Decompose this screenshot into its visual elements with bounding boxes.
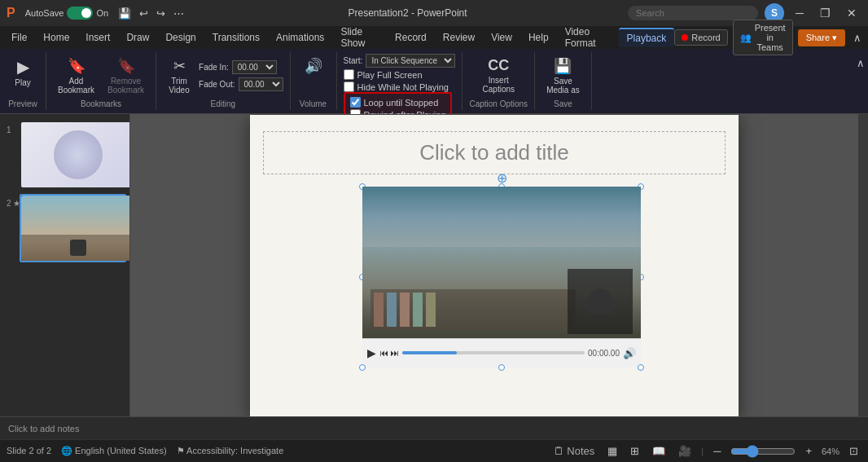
remove-bookmark-button[interactable]: 🔖 RemoveBookmark bbox=[103, 54, 149, 98]
volume-button[interactable]: 🔊 bbox=[297, 54, 330, 78]
slide-num-1: 1 bbox=[7, 125, 11, 134]
zoom-in-button[interactable]: + bbox=[802, 443, 815, 459]
add-bookmark-button[interactable]: 🔖 AddBookmark bbox=[53, 54, 99, 98]
handle-br[interactable] bbox=[638, 364, 644, 371]
tab-insert[interactable]: Insert bbox=[77, 29, 118, 46]
rotate-handle[interactable]: ⊕ bbox=[497, 170, 507, 186]
app-logo: P bbox=[7, 6, 15, 20]
view-sorter-button[interactable]: ⊞ bbox=[627, 443, 642, 459]
tab-review[interactable]: Review bbox=[435, 29, 483, 46]
tab-view[interactable]: View bbox=[483, 29, 520, 46]
notes-bar[interactable]: Click to add notes bbox=[0, 416, 868, 439]
thumb-video-icon bbox=[70, 240, 86, 256]
search-input[interactable] bbox=[628, 6, 758, 20]
collapse-ribbon-btn[interactable]: ∧ bbox=[853, 55, 868, 71]
play-full-screen-input[interactable] bbox=[344, 69, 354, 80]
play-full-screen-checkbox[interactable]: Play Full Screen bbox=[344, 69, 456, 80]
start-select[interactable]: In Click Sequence bbox=[366, 54, 455, 68]
loop-input[interactable] bbox=[350, 97, 361, 108]
group-video-options: Start: In Click Sequence Play Full Scree… bbox=[337, 52, 463, 110]
start-row: Start: In Click Sequence bbox=[344, 54, 456, 68]
tab-home[interactable]: Home bbox=[35, 29, 77, 46]
present-button[interactable]: 👥 Present in Teams bbox=[733, 20, 793, 55]
toggle-knob bbox=[81, 8, 91, 18]
handle-bc[interactable] bbox=[498, 364, 505, 371]
trim-video-button[interactable]: ✂ TrimVideo bbox=[163, 54, 195, 98]
notes-toggle-button[interactable]: 🗒 Notes bbox=[550, 443, 598, 459]
view-normal-button[interactable]: ▦ bbox=[604, 443, 620, 459]
handle-bl[interactable] bbox=[359, 364, 366, 371]
collapse-ribbon-button[interactable]: ∧ bbox=[850, 30, 865, 46]
minimize-button[interactable]: ─ bbox=[791, 5, 809, 21]
save-media-icon: 💾 bbox=[554, 57, 572, 75]
group-save: 💾 SaveMedia as Save bbox=[535, 52, 592, 110]
loop-checkbox[interactable]: Loop until Stopped bbox=[350, 97, 446, 108]
slide-thumb-2[interactable]: 2 ★ bbox=[20, 194, 126, 262]
fade-in-label: Fade In: bbox=[199, 63, 229, 72]
progress-bar[interactable] bbox=[402, 351, 585, 354]
play-full-screen-label: Play Full Screen bbox=[357, 70, 423, 80]
more-button[interactable]: ⋯ bbox=[170, 6, 187, 21]
status-bar: Slide 2 of 2 🌐 English (United States) ⚑… bbox=[0, 439, 868, 462]
video-play-button[interactable]: ▶ bbox=[367, 346, 376, 359]
redo-button[interactable]: ↪ bbox=[153, 6, 169, 21]
volume-display-icon[interactable]: 🔊 bbox=[623, 347, 636, 359]
tab-help[interactable]: Help bbox=[520, 29, 557, 46]
hide-while-not-playing-checkbox[interactable]: Hide While Not Playing bbox=[344, 81, 456, 92]
close-button[interactable]: ✕ bbox=[842, 5, 861, 21]
trim-label: TrimVideo bbox=[169, 77, 189, 95]
save-media-button[interactable]: 💾 SaveMedia as bbox=[541, 54, 585, 98]
present-icon: 👥 bbox=[740, 33, 752, 43]
right-scrollbar[interactable] bbox=[858, 114, 868, 416]
fade-controls: Fade In: 00.00 Fade Out: 00.00 bbox=[199, 60, 283, 91]
tab-file[interactable]: File bbox=[3, 29, 35, 46]
notes-icon: 🗒 bbox=[554, 445, 564, 457]
view-presenter-button[interactable]: 🎥 bbox=[675, 443, 695, 459]
share-chevron-icon: ▾ bbox=[832, 33, 837, 43]
fit-slide-button[interactable]: ⊡ bbox=[846, 443, 861, 459]
captions-label-group: Caption Options bbox=[469, 98, 528, 108]
play-button[interactable]: ▶ Play bbox=[7, 54, 39, 90]
tab-animations[interactable]: Animations bbox=[268, 29, 332, 46]
accessibility-status[interactable]: ⚑ Accessibility: Investigate bbox=[177, 446, 284, 456]
tab-transitions[interactable]: Transitions bbox=[204, 29, 268, 46]
title-placeholder[interactable]: Click to add title bbox=[263, 131, 726, 174]
undo-button[interactable]: ↩ bbox=[136, 6, 151, 21]
view-reading-button[interactable]: 📖 bbox=[649, 443, 669, 459]
seek-prev-button[interactable]: ⏮ bbox=[379, 348, 388, 358]
zoom-out-button[interactable]: ─ bbox=[710, 443, 724, 459]
seek-prev-group: ⏮ ⏭ bbox=[379, 348, 399, 358]
tab-slideshow[interactable]: Slide Show bbox=[332, 23, 387, 52]
seek-next-button[interactable]: ⏭ bbox=[390, 348, 399, 358]
tab-design[interactable]: Design bbox=[157, 29, 204, 46]
insert-captions-button[interactable]: CC InsertCaptions bbox=[478, 54, 519, 97]
ribbon-actions: Record 👥 Present in Teams Share ▾ ∧ bbox=[674, 20, 865, 55]
fade-out-select[interactable]: 00.00 bbox=[239, 77, 283, 91]
tab-record[interactable]: Record bbox=[387, 29, 435, 46]
tab-playback[interactable]: Playback bbox=[619, 28, 675, 47]
editing-label: Editing bbox=[210, 98, 235, 108]
share-button[interactable]: Share ▾ bbox=[798, 29, 845, 46]
restore-button[interactable]: ❐ bbox=[815, 5, 835, 21]
autosave-toggle[interactable] bbox=[67, 7, 93, 20]
tab-draw[interactable]: Draw bbox=[118, 29, 157, 46]
fade-in-row: Fade In: 00.00 bbox=[199, 60, 283, 74]
save-media-label: SaveMedia as bbox=[546, 77, 580, 95]
hide-while-not-playing-input[interactable] bbox=[344, 81, 354, 92]
captions-label: InsertCaptions bbox=[483, 76, 515, 94]
zoom-separator: | bbox=[701, 447, 704, 456]
slide-image-1 bbox=[21, 122, 130, 187]
ribbon-spacer bbox=[592, 52, 853, 110]
main-area: 1 2 ★ Click to add title bbox=[0, 114, 868, 416]
zoom-slider[interactable] bbox=[730, 445, 796, 458]
save-button[interactable]: 💾 bbox=[115, 6, 134, 21]
preview-label: Preview bbox=[8, 98, 37, 108]
fade-in-select[interactable]: 00.00 bbox=[232, 60, 277, 74]
slide-thumb-1[interactable]: 1 bbox=[20, 121, 126, 189]
record-button[interactable]: Record bbox=[674, 29, 727, 46]
notes-placeholder: Click to add notes bbox=[8, 424, 79, 433]
undo-redo-group: 💾 ↩ ↪ ⋯ bbox=[115, 6, 187, 21]
tab-videoformat[interactable]: Video Format bbox=[557, 23, 619, 52]
loop-label: Loop until Stopped bbox=[364, 98, 439, 108]
fade-out-row: Fade Out: 00.00 bbox=[199, 77, 283, 91]
